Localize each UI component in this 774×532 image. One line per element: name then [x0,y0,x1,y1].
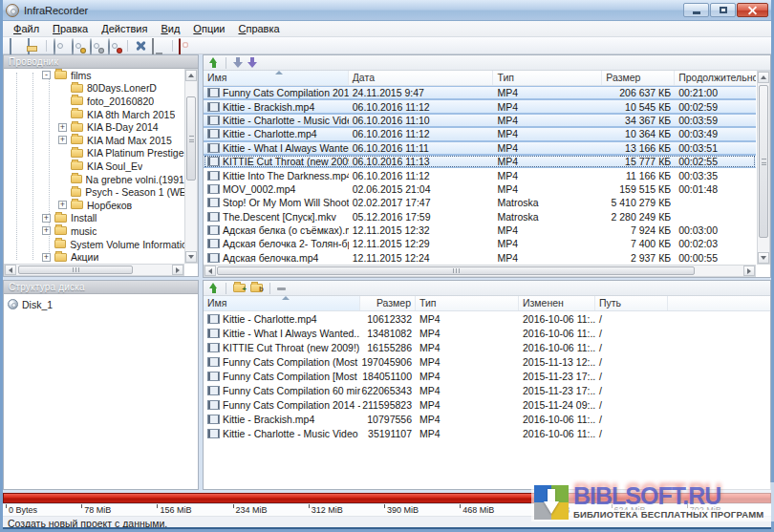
tree-expander-icon[interactable]: + [42,253,51,262]
column-header-modified[interactable]: Изменен [519,296,595,310]
table-row[interactable]: The.Descent [Спуск].mkv 05.12.2016 17:59… [204,210,756,223]
column-header-name[interactable]: Имя [204,71,349,85]
file-date: 24.11.2015 9:47 [349,87,494,98]
table-row[interactable]: Kittie - Charlotte - Music Video ... 351… [204,426,770,440]
file-modified: 2015-11-24 09:... [519,399,595,411]
menu-item[interactable]: Справка [231,22,286,35]
tree-horizontal-scrollbar[interactable] [4,264,184,276]
table-row[interactable]: Funny Cats Compilation 60 min ... 622065… [204,383,770,397]
menu-item[interactable]: Опции [186,22,231,35]
tree-item[interactable]: - films [4,69,184,82]
file-list-horizontal-scrollbar[interactable] [204,265,756,277]
tree-expander-icon[interactable]: + [58,201,67,209]
tree-item[interactable]: System Volume Information [4,238,184,251]
maximize-button[interactable] [710,3,736,17]
tree-item-label: Na grebne volni.(1991).Bl [86,174,184,185]
add-all-icon[interactable] [247,57,257,69]
disc-root-label: Disk_1 [22,299,53,310]
file-list-vertical-scrollbar[interactable] [757,71,770,265]
erase-disc-icon[interactable] [107,39,121,53]
capacity-scale-label: 312 MiB [309,505,343,515]
table-row[interactable]: Адская белка (о съёмках).mp4 12.11.2015 … [204,223,756,237]
infrarecorder-icon[interactable] [179,39,193,53]
column-header-type[interactable]: Тип [416,296,519,310]
tree-item[interactable]: KIA Platinum Prestige [4,147,184,160]
read-disc-icon[interactable] [89,39,103,53]
column-header-name[interactable]: Имя [204,296,360,310]
table-row[interactable]: Kittie Into The Darkness.mp4 06.10.2016 … [204,168,756,181]
add-icon[interactable] [233,57,243,69]
tree-item[interactable]: + KIA B-Day 2014 [4,120,184,134]
devices-icon[interactable] [152,39,166,53]
table-row[interactable]: Kittie - Charlotte.mp4 06.10.2016 11:12 … [204,127,756,140]
disc-structure-pane: Структура диска Disk_1 [3,280,199,490]
column-header-date[interactable]: Дата [349,71,494,85]
tree-item-label: KIA Mad Max 2015 [87,135,172,146]
tree-expander-icon[interactable]: + [58,136,67,144]
file-path: / [595,371,668,382]
table-row[interactable]: KITTIE Cut Throat (new 2009!) ... 06.10.… [204,155,756,168]
tree-item[interactable]: + KIA Mad Max 2015 [4,134,184,147]
tree-item[interactable]: + music [4,224,184,238]
table-row[interactable]: Адская белочка.mp4 12.11.2015 12:24 MP4 … [204,251,756,265]
table-row[interactable]: MOV_0002.mp4 02.06.2015 21:04 MP4 159 51… [204,182,756,196]
menu-item[interactable]: Действия [95,22,154,35]
table-row[interactable]: Kittie - Brackish.mp4 10797556 MP4 2016-… [204,412,770,426]
burn-image-icon[interactable] [53,39,67,53]
column-header-size[interactable]: Размер [360,296,416,310]
table-row[interactable]: Kittie - What I Always Wanted.... 134810… [204,326,770,340]
tree-expander-icon[interactable]: + [42,214,51,223]
tree-expander-icon[interactable]: + [42,226,51,235]
file-name: Funny Cats Compilation 2014 - ... [223,87,349,98]
toolbar-separator [226,57,226,69]
table-row[interactable]: Адская белочка 2- Толян-бра... 12.11.201… [204,237,756,250]
tree-item[interactable]: KIA 8th March 2015 [4,108,184,121]
file-path: / [595,414,668,425]
tree-item[interactable]: + Install [4,212,184,225]
close-button[interactable] [737,3,768,17]
tree-item[interactable]: 80Days.LonerD [4,82,184,96]
file-size: 2 280 249 КБ [602,211,675,223]
tree-item[interactable]: Psych - Season 1 (WEB-D [4,185,184,199]
column-header-duration[interactable]: Продолжительность [675,71,756,85]
table-row[interactable]: Kittie - Charlotte - Music Video... 06.1… [204,114,756,127]
tree-expander-icon[interactable]: - [42,71,51,79]
file-modified: 2016-10-06 11:... [519,342,595,353]
new-folder-icon[interactable]: + [233,284,246,292]
new-project-icon[interactable] [8,39,22,53]
column-header-size[interactable]: Размер [602,71,675,85]
remove-icon[interactable] [277,287,286,290]
rename-icon[interactable]: b [250,284,263,292]
table-row[interactable]: Stop! Or My Mom Will Shoot.1... 02.02.20… [204,196,756,209]
table-row[interactable]: KITTIE Cut Throat (new 2009!) O... 16155… [204,340,770,354]
tree-item[interactable]: Na grebne volni.(1991).Bl [4,173,184,186]
menu-item[interactable]: Вид [154,22,186,35]
table-row[interactable]: Funny Cats Compilation [Most S... 184051… [204,369,770,383]
tree-item[interactable]: foto_20160820 [4,95,184,108]
settings-icon[interactable] [134,39,148,53]
disc-root-item[interactable]: Disk_1 [8,297,194,311]
open-project-icon[interactable] [26,39,40,53]
tree-item[interactable]: + Норбеков [4,199,184,212]
tree-vertical-scrollbar[interactable] [184,69,198,264]
menu-item[interactable]: Правка [46,22,95,35]
tree-item[interactable]: + Акции [4,250,184,264]
menu-item[interactable]: Файл [7,22,46,35]
file-size: 10612332 [360,313,416,325]
table-row[interactable]: Funny Cats Compilation 2014 - ... 211595… [204,397,770,412]
tree-item[interactable]: KIA Soul_Ev [4,160,184,173]
up-icon[interactable] [208,283,219,294]
minimize-button[interactable] [683,3,709,17]
copy-disc-icon[interactable] [71,39,85,53]
table-row[interactable]: Funny Cats Compilation 2014 - ... 24.11.… [204,86,756,99]
tree-expander-icon[interactable]: + [58,123,67,132]
table-row[interactable]: Funny Cats Compilation (Most P... 197045… [204,354,770,369]
table-row[interactable]: Kittie - What I Always Wanted.... 06.10.… [204,141,756,155]
up-icon[interactable] [208,57,219,69]
video-file-icon [207,212,220,222]
table-row[interactable]: Kittie - Brackish.mp4 06.10.2016 11:12 M… [204,99,756,113]
column-header-type[interactable]: Тип [493,71,602,85]
column-header-path[interactable]: Путь [595,296,668,310]
tree-item-label: Норбеков [87,200,132,211]
table-row[interactable]: Kittie - Charlotte.mp4 10612332 MP4 2016… [204,311,770,326]
